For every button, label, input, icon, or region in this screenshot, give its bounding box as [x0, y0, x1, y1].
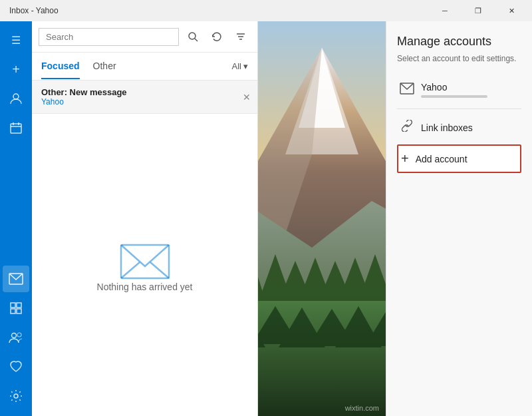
search-bar	[32, 21, 257, 53]
add-account-label: Add account	[416, 154, 467, 164]
svg-point-11	[17, 333, 21, 337]
yahoo-account-row[interactable]: Yahoo	[397, 77, 521, 103]
close-button[interactable]: ✕	[496, 0, 527, 21]
watermark: wixtin.com	[345, 404, 379, 412]
manage-accounts-title: Manage accounts	[397, 35, 521, 49]
mountain-area: wixtin.com	[258, 21, 386, 416]
empty-message: Nothing has arrived yet	[97, 282, 193, 292]
message-item[interactable]: Other: New message Yahoo ✕	[32, 81, 257, 114]
minimize-button[interactable]: ─	[430, 0, 460, 21]
account-bar	[421, 95, 487, 98]
nav-hamburger-icon[interactable]: ☰	[3, 27, 29, 53]
restore-button[interactable]: ❐	[463, 0, 493, 21]
svg-rect-9	[17, 309, 21, 313]
nav-sidebar: ☰ +	[0, 21, 32, 416]
empty-envelope-icon	[118, 238, 172, 282]
account-info: Yahoo	[421, 82, 487, 98]
tab-focused[interactable]: Focused	[41, 54, 80, 79]
divider	[397, 108, 521, 109]
tab-filter[interactable]: All ▾	[232, 61, 248, 71]
add-account-row[interactable]: + Add account	[397, 144, 521, 173]
svg-point-12	[14, 394, 18, 398]
svg-line-19	[121, 262, 140, 278]
svg-point-0	[13, 94, 19, 99]
link-inboxes-row[interactable]: Link inboxes	[397, 114, 521, 140]
tab-bar: Focused Other All ▾	[32, 53, 257, 81]
manage-accounts-subtitle: Select an account to edit settings.	[397, 54, 521, 63]
svg-line-20	[150, 262, 169, 278]
empty-state: Nothing has arrived yet	[32, 114, 257, 416]
svg-rect-18	[121, 245, 169, 278]
sync-button[interactable]	[207, 27, 227, 47]
account-name: Yahoo	[421, 82, 487, 93]
app-body: ☰ +	[0, 21, 532, 416]
window-title: Inbox - Yahoo	[5, 6, 59, 15]
svg-rect-8	[11, 309, 15, 313]
svg-rect-6	[11, 303, 15, 308]
add-account-icon: +	[401, 151, 409, 166]
search-input[interactable]	[39, 28, 179, 46]
message-preview: Yahoo	[41, 97, 248, 106]
nav-contact-icon[interactable]	[3, 85, 29, 112]
link-inboxes-label: Link inboxes	[421, 122, 473, 133]
email-panel: Focused Other All ▾ Other: New message Y…	[32, 21, 258, 416]
svg-point-13	[189, 33, 196, 39]
nav-settings-icon[interactable]	[3, 383, 29, 409]
chevron-down-icon: ▾	[243, 61, 248, 71]
mail-icon	[400, 83, 414, 98]
nav-people-icon[interactable]	[3, 324, 29, 351]
manage-accounts-panel: Manage accounts Select an account to edi…	[386, 21, 532, 416]
svg-point-10	[12, 333, 17, 338]
link-inboxes-icon	[400, 120, 414, 135]
tab-other[interactable]: Other	[93, 54, 116, 79]
mountain-background: wixtin.com	[258, 21, 386, 416]
svg-rect-1	[11, 124, 21, 133]
nav-grid-icon[interactable]	[3, 295, 29, 321]
filter-button[interactable]	[231, 27, 251, 47]
title-bar: Inbox - Yahoo ─ ❐ ✕	[0, 0, 532, 21]
svg-rect-7	[17, 303, 21, 308]
message-sender: Other: New message	[41, 87, 248, 97]
close-message-icon[interactable]: ✕	[243, 92, 251, 103]
window-controls: ─ ❐ ✕	[430, 0, 527, 21]
svg-line-14	[195, 39, 198, 41]
search-button[interactable]	[183, 27, 203, 47]
nav-add-icon[interactable]: +	[3, 56, 29, 83]
nav-heart-icon[interactable]	[3, 353, 29, 380]
nav-mail-icon[interactable]	[3, 266, 29, 292]
nav-calendar-icon[interactable]	[3, 114, 29, 141]
